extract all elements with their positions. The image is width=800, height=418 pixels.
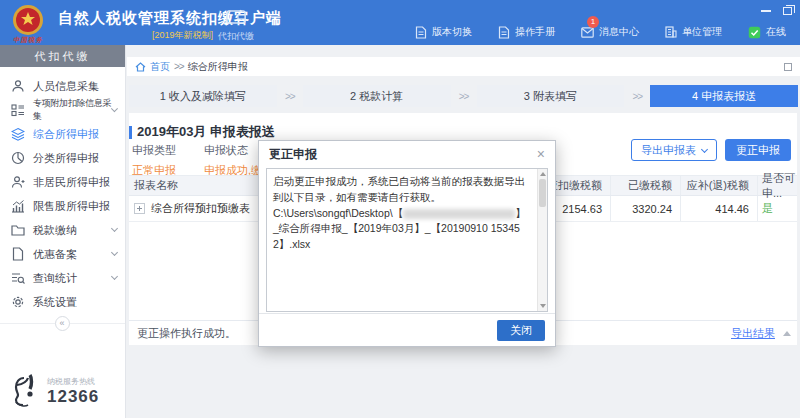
nav-message-center[interactable]: 1 消息中心 [581,25,639,39]
sidebar-item-classified-income[interactable]: 分类所得申报 [0,146,125,170]
breadcrumb: 首页 >> 综合所得申报 [127,57,800,76]
dialog-scrollbar[interactable] [537,169,547,311]
dialog-title: 更正申报 [269,146,317,163]
document-icon [498,26,510,39]
sidebar-item-special-deduction[interactable]: 专项附加扣除信息采集 [0,98,125,122]
app-subtitle: [2019年新税制] [152,29,213,42]
nav-online-status[interactable]: 在线 [748,25,786,39]
can-declare-flag: 是 [757,196,797,221]
dialog-body: 启动更正申报成功，系统已自动将当前的报表数据导出到以下目录，如有需要请自行获取。… [266,168,548,312]
app-window: 中国税务 自然人税收管理系统扣缴客户端 [2019年新税制] 代扣代缴 版本切换 [0,0,800,418]
hotline-logo-icon [10,372,42,410]
sidebar-header: 代扣代缴 [0,45,125,67]
minimize-button[interactable] [761,10,771,12]
title-accent-bar [129,126,132,139]
mode-label: 代扣代缴 [214,30,258,43]
sidebar-item-label: 限售股所得申报 [33,199,110,214]
sidebar-item-personnel-info[interactable]: 人员信息采集 [0,74,125,98]
refund-amount: 414.46 [680,196,757,221]
action-buttons: 导出申报表 更正申报 [631,139,791,161]
scroll-up-icon[interactable] [783,331,791,336]
chevron-down-icon [701,145,708,152]
breadcrumb-separator: >> [174,61,184,72]
mode-indicator: 代扣代缴 [214,9,258,43]
step-4-declaration-submit[interactable]: 4 申报表报送 [650,85,798,107]
chevron-down-icon [111,273,118,280]
sidebar-item-nonresident-income[interactable]: 非居民所得申报 [0,170,125,194]
dialog-message-text: 启动更正申报成功，系统已自动将当前的报表数据导出到以下目录，如有需要请自行获取。 [273,175,525,203]
sidebar-item-label: 专项附加扣除信息采集 [33,97,112,123]
export-declaration-button[interactable]: 导出申报表 [631,139,717,161]
restore-button[interactable] [783,7,792,15]
dialog-footer: 关闭 [259,313,555,346]
sidebar-item-tax-payment[interactable]: 税款缴纳 [0,218,125,242]
header-nav: 版本切换 操作手册 1 消息中心 [415,25,786,39]
sidebar-item-label: 人员信息采集 [33,79,99,94]
tax-emblem-logo: 中国税务 [8,2,48,44]
sidebar-item-label: 税款缴纳 [33,223,77,238]
paid-amount: 3320.24 [610,196,680,221]
export-path-prefix: C:\Users\songqf\Desktop\【 [273,207,403,219]
step-1-income-deduction[interactable]: 1 收入及减除填写 [129,85,277,107]
nav-unit-management[interactable]: 单位管理 [665,25,722,39]
wallet-icon [226,9,246,24]
bar-chart-icon [11,199,25,213]
step-separator: >> [451,91,477,102]
export-result-link[interactable]: 导出结果 [731,326,775,341]
step-3-schedule-fill[interactable]: 3 附表填写 [477,85,625,107]
close-icon[interactable]: × [537,147,545,161]
expand-row-icon[interactable] [134,203,145,214]
scroll-thumb[interactable] [539,179,546,207]
sidebar-item-query-statistics[interactable]: 查询统计 [0,266,125,290]
scroll-up-icon[interactable] [540,172,546,176]
correction-dialog: 更正申报 × 启动更正申报成功，系统已自动将当前的报表数据导出到以下目录，如有需… [258,140,556,347]
folder-icon [11,223,25,237]
sidebar-item-comprehensive-income[interactable]: 综合所得申报 [0,122,125,146]
nav-manual[interactable]: 操作手册 [498,25,555,39]
breadcrumb-home[interactable]: 首页 [150,60,170,74]
breadcrumb-current: 综合所得申报 [188,60,248,74]
dialog-header: 更正申报 × [259,141,555,167]
step-bar: 1 收入及减除填写 >> 2 税款计算 >> 3 附表填写 >> 4 申报表报送 [129,85,798,107]
app-header: 中国税务 自然人税收管理系统扣缴客户端 [2019年新税制] 代扣代缴 版本切换 [0,0,800,45]
redacted-company-name [403,209,515,219]
declare-type-filter[interactable]: 申报类型 正常申报 [132,143,176,178]
sidebar-item-restricted-stock[interactable]: 限售股所得申报 [0,194,125,218]
expand-panel-icon[interactable] [784,63,792,71]
hotline-number: 12366 [47,387,99,407]
sidebar-item-system-settings[interactable]: 系统设置 [0,290,125,314]
chevron-down-icon [111,249,118,256]
dialog-message: 启动更正申报成功，系统已自动将当前的报表数据导出到以下目录，如有需要请自行获取。… [267,169,547,258]
sidebar-item-preferential-filing[interactable]: 优惠备案 [0,242,125,266]
button-label: 更正申报 [736,143,780,158]
mail-icon [581,27,594,38]
chevron-down-icon [111,105,118,112]
col-can-declare: 是否可申... [757,176,797,195]
sidebar-menu: 人员信息采集 专项附加扣除信息采集 综合所得申报 [0,67,125,314]
correct-declaration-button[interactable]: 更正申报 [725,139,791,161]
col-refund-amount: 应补(退)税额 [680,176,757,195]
step-2-tax-calculation[interactable]: 2 税款计算 [303,85,451,107]
nav-label: 在线 [766,25,786,39]
period-title: 2019年03月 申报表报送 [137,123,275,141]
online-status-icon [748,26,761,39]
sidebar-collapse-button[interactable]: « [55,316,70,331]
scroll-down-icon[interactable] [540,304,546,308]
message-badge: 1 [587,16,599,28]
gear-icon [11,295,25,309]
hotline-label: 纳税服务热线 [47,376,99,387]
sidebar-item-label: 查询统计 [33,271,77,286]
sidebar-item-label: 优惠备案 [33,247,77,262]
sidebar-item-label: 分类所得申报 [33,151,99,166]
document-icon [415,26,427,39]
sidebar-divider: « [0,323,125,324]
sidebar-item-label: 综合所得申报 [33,127,99,142]
nav-version-switch[interactable]: 版本切换 [415,25,472,39]
nav-label: 操作手册 [515,25,555,39]
dialog-close-button[interactable]: 关闭 [497,320,545,341]
nav-label: 消息中心 [599,25,639,39]
home-icon [135,62,146,72]
sidebar-item-label: 系统设置 [33,295,77,310]
person-icon [11,175,25,189]
sidebar: 代扣代缴 人员信息采集 专项附加扣除信息采集 [0,45,126,418]
